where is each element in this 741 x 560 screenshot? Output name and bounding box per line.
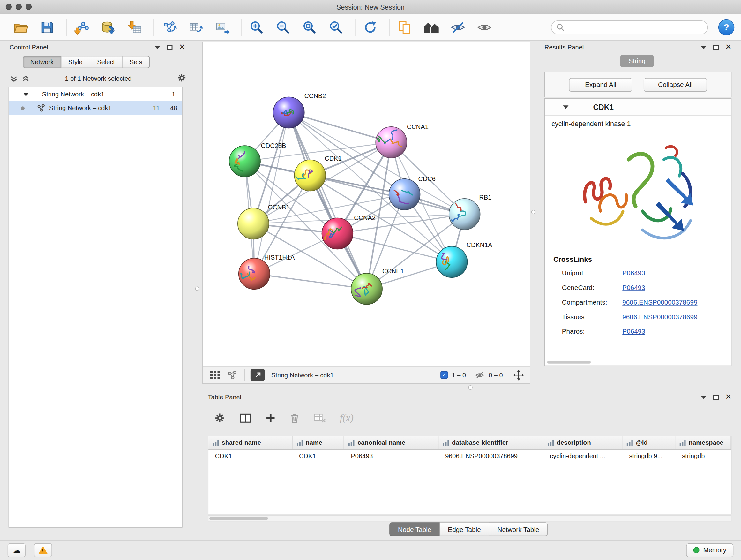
detach-view-button[interactable]	[251, 369, 265, 381]
selected-checkbox-icon[interactable]: ✓	[441, 371, 448, 379]
save-session-button[interactable]	[38, 17, 57, 38]
toolbar-separator	[241, 18, 241, 36]
tab-network[interactable]: Network	[23, 56, 61, 68]
cloud-status-button[interactable]: ☁	[8, 543, 25, 557]
network-edge[interactable]	[254, 273, 367, 289]
network-node-cdkn1a[interactable]	[436, 246, 468, 278]
tab-sets[interactable]: Sets	[123, 56, 150, 68]
panel-menu-icon[interactable]	[701, 395, 706, 399]
network-row-selected[interactable]: String Network – cdk1 11 48	[9, 101, 182, 115]
annotation-button[interactable]	[395, 17, 414, 38]
close-panel-icon[interactable]: ✕	[179, 44, 185, 51]
open-session-button[interactable]	[11, 17, 30, 38]
close-panel-icon[interactable]: ✕	[725, 44, 732, 51]
network-node-ccna2[interactable]	[322, 218, 353, 249]
zoom-selected-button[interactable]	[327, 17, 345, 38]
tab-select[interactable]: Select	[90, 56, 122, 68]
float-panel-icon[interactable]	[713, 45, 719, 50]
new-network-button[interactable]	[160, 17, 179, 38]
hide-selected-button[interactable]	[448, 17, 467, 38]
protein-card-header[interactable]: CDK1	[545, 99, 731, 116]
column-header-database-identifier[interactable]: database identifier	[439, 436, 543, 449]
crosslink-pharos-link[interactable]: P06493	[622, 327, 645, 335]
home-button[interactable]	[422, 17, 441, 38]
vertical-splitter-handle[interactable]	[195, 287, 199, 291]
network-node-hist1h1a[interactable]	[239, 258, 270, 290]
warnings-button[interactable]	[34, 543, 52, 557]
column-header-description[interactable]: description	[543, 436, 623, 449]
network-canvas[interactable]: CCNB2CCNA1CDC25BCDK1CDC6RB1CCNB1CCNA2CDK…	[203, 42, 530, 366]
node-label: CCNA2	[354, 214, 376, 221]
vertical-splitter-handle[interactable]	[531, 210, 535, 214]
crosslink-row: Tissues:9606.ENSP00000378699	[545, 309, 731, 324]
network-node-cdk1[interactable]	[294, 160, 326, 191]
window-minimize-button[interactable]	[16, 4, 22, 10]
tab-node-table[interactable]: Node Table	[389, 522, 440, 536]
zoom-fit-button[interactable]	[300, 17, 319, 38]
refresh-button[interactable]	[361, 17, 380, 38]
column-header-name[interactable]: name	[292, 436, 344, 449]
column-header--id[interactable]: @id	[623, 436, 676, 449]
network-edge[interactable]	[289, 112, 391, 142]
horizontal-scrollbar[interactable]	[547, 361, 591, 364]
open-session-icon	[13, 20, 28, 34]
float-panel-icon[interactable]	[166, 45, 172, 50]
column-header-namespace[interactable]: namespace	[675, 436, 731, 449]
window-zoom-button[interactable]	[25, 4, 31, 10]
column-header-canonical-name[interactable]: canonical name	[344, 436, 439, 449]
network-node-ccna1[interactable]	[376, 127, 407, 158]
table-row[interactable]: CDK1CDK1P064939606.ENSP00000378699cyclin…	[208, 449, 731, 462]
table-horizontal-scrollbar[interactable]	[208, 515, 732, 521]
window-close-button[interactable]	[6, 4, 12, 10]
network-node-rb1[interactable]	[449, 199, 480, 230]
network-node-cdc6[interactable]	[389, 179, 420, 210]
network-edge[interactable]	[254, 112, 289, 273]
collapse-section-icon[interactable]	[563, 105, 569, 109]
table-options-gear-icon[interactable]	[214, 413, 225, 423]
show-all-button[interactable]	[475, 17, 494, 38]
delete-column-trash-icon[interactable]	[290, 413, 300, 423]
panel-menu-icon[interactable]	[154, 46, 160, 49]
float-panel-icon[interactable]	[713, 395, 719, 400]
expand-all-button[interactable]: Expand All	[569, 78, 632, 91]
crosslink-tissues-link[interactable]: 9606.ENSP00000378699	[622, 313, 697, 320]
tab-edge-table[interactable]: Edge Table	[440, 522, 489, 536]
zoom-in-icon	[249, 19, 264, 35]
horizontal-splitter-handle[interactable]	[468, 385, 473, 389]
scrollbar-thumb[interactable]	[209, 517, 268, 520]
close-panel-icon[interactable]: ✕	[725, 393, 732, 401]
zoom-in-button[interactable]	[247, 17, 266, 38]
crosslink-uniprot-link[interactable]: P06493	[622, 269, 645, 276]
grid-view-button[interactable]	[208, 365, 221, 385]
zoom-out-button[interactable]	[273, 17, 292, 38]
tree-expand-icon[interactable]	[23, 92, 29, 97]
collapse-all-button[interactable]: Collapse All	[644, 78, 707, 91]
import-table-from-file-button[interactable]	[125, 17, 144, 38]
network-node-cdc25b[interactable]	[229, 145, 260, 177]
network-options-gear-icon[interactable]	[177, 73, 186, 84]
show-columns-icon[interactable]	[239, 413, 252, 423]
crosslink-genecard-link[interactable]: P06493	[622, 284, 645, 291]
pan-move-icon[interactable]	[513, 369, 524, 380]
tab-network-table[interactable]: Network Table	[489, 522, 548, 536]
selected-nodes-edges-count: 1 – 0	[452, 371, 466, 378]
help-button[interactable]: ?	[718, 19, 734, 35]
network-view-toolbar: String Network – cdk1 ✓ 1 – 0 0 – 0	[203, 366, 530, 383]
column-header-shared-name[interactable]: shared name	[208, 436, 292, 449]
network-edge[interactable]	[289, 112, 367, 289]
network-overview-button[interactable]	[225, 365, 239, 385]
add-column-plus-icon[interactable]	[266, 413, 275, 423]
search-input[interactable]	[551, 20, 708, 34]
protein-name: CDK1	[593, 103, 614, 111]
export-image-button[interactable]	[212, 17, 231, 38]
panel-menu-icon[interactable]	[701, 46, 706, 49]
tab-style[interactable]: Style	[61, 56, 90, 68]
memory-button[interactable]: Memory	[686, 543, 734, 557]
import-network-from-file-button[interactable]	[72, 17, 91, 38]
crosslink-compartments-link[interactable]: 9606.ENSP00000378699	[622, 298, 697, 306]
network-collection-row[interactable]: String Network – cdk1 1	[9, 87, 182, 101]
network-node-ccnb1[interactable]	[238, 208, 269, 240]
import-network-from-database-button[interactable]	[98, 17, 118, 38]
tab-string[interactable]: String	[620, 55, 654, 67]
new-table-button[interactable]	[186, 17, 205, 38]
